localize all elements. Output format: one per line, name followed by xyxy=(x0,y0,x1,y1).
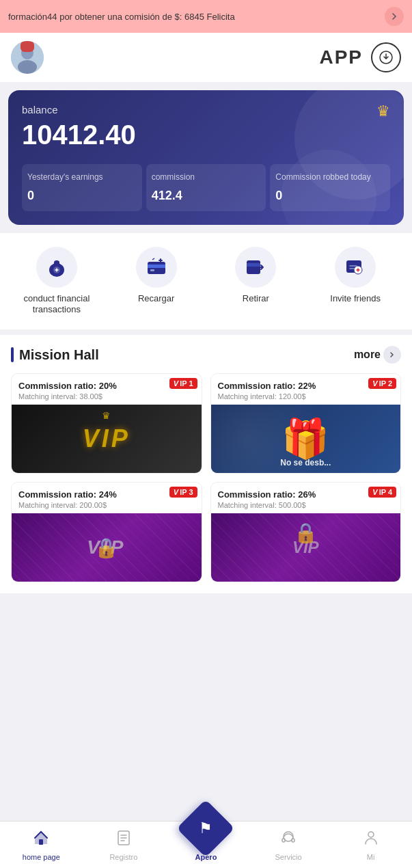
ticker-bar: formación44 por obtener una comisión de … xyxy=(0,0,412,33)
card1-interval: Matching interval: 38.00$ xyxy=(18,392,195,401)
vip4-badge: VIP 4 xyxy=(368,487,396,498)
mission-section: Mission Hall more VIP 1 Commission ratio… xyxy=(0,335,412,593)
vip1-crown-icon: ♛ xyxy=(102,410,111,421)
card1-commission: Commission ratio: 20% xyxy=(18,381,195,391)
apero-diamond-icon: ⚑ xyxy=(177,800,235,858)
stat-robbed-label: Commission robbed today xyxy=(275,172,385,183)
stat-commission-label: commission xyxy=(152,172,261,183)
vip1-text: VIP xyxy=(83,424,131,453)
nav-apero[interactable]: ⚑ Apero xyxy=(165,808,247,861)
vip2-badge: VIP 2 xyxy=(368,378,396,389)
vip3-badge: VIP 3 xyxy=(169,487,197,498)
vip4-image: VIP 🔒 xyxy=(211,513,401,582)
nav-home-label: home page xyxy=(23,853,60,861)
stat-yesterday-value: 0 xyxy=(27,189,137,203)
recharge-icon xyxy=(136,247,177,288)
svg-rect-16 xyxy=(39,839,43,845)
svg-rect-19 xyxy=(282,839,285,842)
stat-yesterday: Yesterday's earnings 0 xyxy=(22,164,142,211)
svg-point-7 xyxy=(54,260,59,265)
crown-icon: ♛ xyxy=(376,103,390,120)
svg-rect-3 xyxy=(20,41,34,52)
balance-label: balance xyxy=(22,104,390,116)
headset-icon xyxy=(280,830,297,850)
svg-point-2 xyxy=(18,60,37,74)
nav-home[interactable]: home page xyxy=(0,830,83,861)
stat-yesterday-label: Yesterday's earnings xyxy=(27,172,137,183)
vip1-image: ♛ VIP xyxy=(12,405,202,473)
avatar xyxy=(11,41,44,74)
stat-commission-value: 412.4 xyxy=(152,189,261,203)
vip1-badge: VIP 1 xyxy=(169,378,197,389)
money-bag-icon xyxy=(36,247,77,288)
action-financial-label: conduct financial transactions xyxy=(7,293,107,316)
section-title: Mission Hall xyxy=(19,347,99,363)
mission-card-vip3[interactable]: VIP 3 Commission ratio: 24% Matching int… xyxy=(11,482,202,582)
card2-interval: Matching interval: 120.00$ xyxy=(218,392,394,401)
balance-amount: 10412.40 xyxy=(22,120,390,150)
section-title-wrap: Mission Hall xyxy=(11,347,99,363)
ticker-text: formación44 por obtener una comisión de … xyxy=(8,12,379,22)
action-invite[interactable]: Invite friends xyxy=(305,247,405,316)
svg-rect-20 xyxy=(292,839,294,842)
quick-actions: conduct financial transactions Recargar … xyxy=(0,233,412,330)
nav-servicio-label: Servicio xyxy=(275,853,302,861)
document-icon xyxy=(115,830,132,850)
action-invite-label: Invite friends xyxy=(330,293,381,305)
svg-rect-11 xyxy=(150,269,154,271)
vip2-image: 🎁 No se desb... xyxy=(211,405,401,473)
balance-stats: Yesterday's earnings 0 commission 412.4 … xyxy=(22,164,390,211)
mission-grid: VIP 1 Commission ratio: 20% Matching int… xyxy=(11,373,401,582)
mission-card-vip2[interactable]: VIP 2 Commission ratio: 22% Matching int… xyxy=(210,373,402,474)
action-recargar-label: Recargar xyxy=(138,293,174,305)
svg-rect-13 xyxy=(247,263,260,267)
balance-card: ♛ balance 10412.40 Yesterday's earnings … xyxy=(8,90,404,225)
stat-robbed: Commission robbed today 0 xyxy=(270,164,390,211)
nav-registro-label: Registro xyxy=(109,853,137,861)
mission-card-vip1[interactable]: VIP 1 Commission ratio: 20% Matching int… xyxy=(11,373,202,474)
nav-registro[interactable]: Registro xyxy=(83,830,165,861)
stat-robbed-value: 0 xyxy=(275,189,385,203)
card2-commission: Commission ratio: 22% xyxy=(218,381,394,391)
nav-mi[interactable]: Mi xyxy=(329,830,412,861)
flag-icon: ⚑ xyxy=(199,819,212,837)
ticker-arrow[interactable] xyxy=(385,7,404,26)
section-header: Mission Hall more xyxy=(11,346,401,364)
person-icon xyxy=(363,830,379,850)
action-retirar-label: Retirar xyxy=(243,293,269,305)
withdraw-icon xyxy=(235,247,276,288)
nav-mi-label: Mi xyxy=(367,853,375,861)
svg-rect-10 xyxy=(148,265,165,268)
lock2-icon: 🔒 xyxy=(294,521,318,543)
header-right: APP xyxy=(319,42,401,72)
action-recargar[interactable]: Recargar xyxy=(107,247,206,316)
invite-icon xyxy=(335,247,376,288)
card3-commission: Commission ratio: 24% xyxy=(18,489,195,500)
stat-commission: commission 412.4 xyxy=(146,164,266,211)
home-icon xyxy=(33,830,49,850)
gift-box-icon: 🎁 xyxy=(281,416,329,461)
download-button[interactable] xyxy=(371,42,401,72)
vip3-image: VIP 🔒 xyxy=(12,513,202,582)
action-financial[interactable]: conduct financial transactions xyxy=(7,247,107,316)
title-bar xyxy=(11,347,14,362)
more-arrow-icon xyxy=(383,346,401,364)
action-retirar[interactable]: Retirar xyxy=(206,247,306,316)
card3-interval: Matching interval: 200.00$ xyxy=(18,501,195,509)
app-title: APP xyxy=(319,46,363,68)
svg-point-21 xyxy=(368,832,374,837)
more-button[interactable]: more xyxy=(354,346,401,364)
lock-icon: 🔒 xyxy=(94,537,118,559)
section-divider xyxy=(0,329,412,335)
header: APP xyxy=(0,33,412,82)
mission-card-vip4[interactable]: VIP 4 Commission ratio: 26% Matching int… xyxy=(210,482,402,582)
bottom-nav: home page Registro ⚑ Apero Servicio xyxy=(0,821,412,868)
nav-servicio[interactable]: Servicio xyxy=(247,830,330,861)
